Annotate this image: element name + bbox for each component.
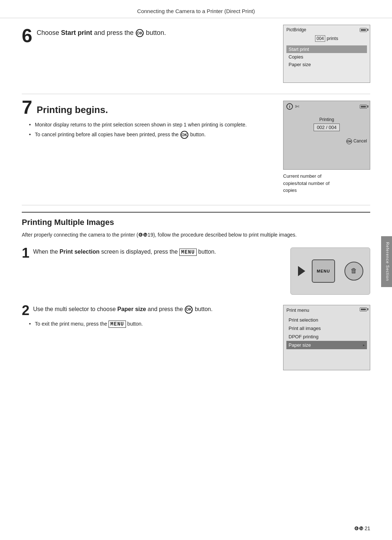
bullet-2: To cancel printing before all copies hav… [29,131,272,139]
menu-label-step2: MENU [109,321,126,328]
step-6: 6 Choose Start print and press the OK bu… [22,25,370,83]
sub-step-2: 2 Use the multi selector to choose Paper… [22,305,370,370]
step-6-number: 6 [22,26,32,45]
menu-item-copies: Copies [286,53,367,61]
chevron-right-icon: ▸ [363,343,365,347]
page-number: ❻❿ 21 [354,525,370,531]
page-num-value: 21 [364,525,370,531]
info-icon: i [286,103,293,110]
sub-step-1: 1 When the Print selection screen is dis… [22,247,370,295]
ok-icon-step6: OK [136,29,144,37]
step-7-title: Printing begins. [37,101,108,116]
step-7-left: 7 Printing begins. Monitor display retur… [22,101,272,141]
step-6-text: 6 Choose Start print and press the OK bu… [22,25,272,45]
divider-2 [22,205,370,205]
menu-item-start-print: Start print [286,45,367,53]
print-selection-bold: Print selection [60,249,99,255]
caption-line2: copies/total number of [283,181,330,186]
step-6-end: button. [146,29,166,36]
prints-number: 004 [315,35,325,42]
step-7-right: i ✄ Printing 002 / 004 OK Cancel [283,101,370,194]
section-title: Printing Multiple Images [22,212,370,227]
printmenu-item-all: Print all images [286,324,367,333]
divider-1 [22,94,370,94]
printing-label: Printing [286,117,367,122]
section-intro: After properly connecting the camera to … [22,231,370,239]
paper-size-bold: Paper size [117,306,146,312]
print-menu-screen: Print menu Print selection Print all ima… [283,305,370,370]
battery-icon [360,28,367,32]
step-7-bullets: Monitor display returns to the print sel… [22,121,272,139]
cancel-text: Cancel [354,138,367,144]
prints-count: 004 prints [286,35,367,42]
menu-item-paper-size: Paper size [286,61,367,68]
reference-tab-label: Reference Section [385,242,390,281]
screen-title-bar: PictBridge [286,27,367,32]
counter-value: 002 / 004 [314,124,340,131]
step-6-prefix: Choose [37,29,61,36]
battery-icon-2 [360,105,367,109]
sub-step-1-left: 1 When the Print selection screen is dis… [22,247,279,263]
screen-caption: Current number of copies/total number of… [283,173,370,194]
printmenu-papersize-label: Paper size [289,342,311,348]
ok-icon-bullet: OK [180,131,188,139]
page-container: Connecting the Camera to a Printer (Dire… [0,0,392,540]
pictbridge-screen: PictBridge 004 prints Start print Copies… [283,25,370,83]
camera-buttons-illustration: MENU 🗑 [290,247,370,295]
sub-step-1-number: 1 [22,246,29,260]
printmenu-title-bar: Print menu [286,307,367,313]
bullet-1: Monitor display returns to the print sel… [29,121,272,129]
menu-label-step1: MENU [179,249,197,256]
page-num-prefix: ❻❿ [354,525,364,531]
sub-step-2-number: 2 [22,303,29,317]
section-printing-multiple: Printing Multiple Images After properly … [22,212,370,370]
cancel-label: OK Cancel [286,138,367,144]
page-header: Connecting the Camera to a Printer (Dire… [0,0,392,18]
ok-small-icon: OK [346,138,352,144]
step-7-heading: 7 Printing begins. [22,101,272,117]
main-content: 6 Choose Start print and press the OK bu… [0,25,392,402]
ok-icon-step2: OK [185,306,193,314]
scissors-icon: ✄ [295,104,299,109]
caption-line3: copies [283,188,297,193]
arrow-icon [298,266,305,276]
step2-bullet-1: To exit the print menu, press the MENU b… [29,320,272,328]
battery-icon-3 [360,307,367,311]
sub-step-1-content: When the Print selection screen is displ… [33,247,216,256]
step-7: 7 Printing begins. Monitor display retur… [22,101,370,194]
sub-step-2-content: Use the multi selector to choose Paper s… [33,305,212,314]
printing-screen: i ✄ Printing 002 / 004 OK Cancel [283,101,370,170]
header-text: Connecting the Camera to a Printer (Dire… [137,8,255,14]
printmenu-item-dpof: DPOF printing [286,333,367,341]
step-6-left: 6 Choose Start print and press the OK bu… [22,25,272,45]
reference-tab: Reference Section [381,236,392,287]
step-6-right: PictBridge 004 prints Start print Copies… [283,25,370,83]
printmenu-title: Print menu [286,307,309,313]
sub-step-1-heading: 1 When the Print selection screen is dis… [22,247,279,260]
sub-step-2-bullets: To exit the print menu, press the MENU b… [22,320,272,328]
step-6-bold: Start print [61,29,92,36]
menu-button-illustration: MENU [312,259,335,283]
printmenu-item-selection: Print selection [286,316,367,324]
screen-title: PictBridge [286,27,306,32]
printmenu-item-papersize: Paper size ▸ [286,341,367,349]
prints-label: prints [327,36,338,41]
trash-button-illustration: 🗑 [344,262,363,281]
step-7-number: 7 [22,98,32,117]
caption-line1: Current number of [283,173,322,179]
screen-top-icons: i ✄ [286,103,367,110]
step-6-suffix: and press the [92,29,134,36]
sub-step-2-heading: 2 Use the multi selector to choose Paper… [22,305,272,317]
sub-step-2-left: 2 Use the multi selector to choose Paper… [22,305,272,330]
printing-counter: 002 / 004 [286,124,367,131]
